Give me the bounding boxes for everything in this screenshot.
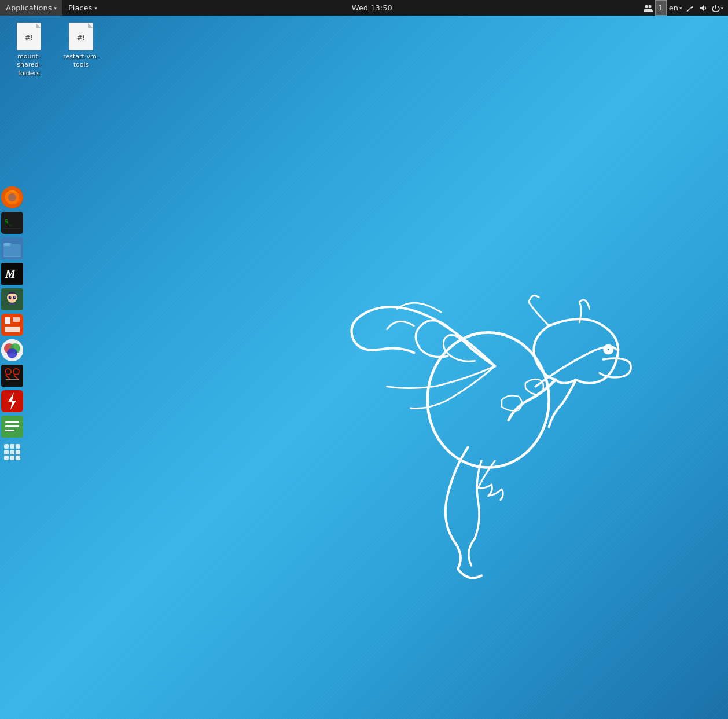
dock-item-notes[interactable] (0, 414, 24, 439)
svg-line-2 (687, 6, 692, 11)
svg-point-1 (648, 5, 651, 8)
svg-rect-46 (5, 425, 19, 427)
dock-item-orange-app[interactable] (0, 313, 24, 337)
volume-tray-icon[interactable] (697, 0, 709, 16)
restart-vm-tools-label: restart-vm-tools (63, 53, 99, 69)
menubar: Applications ▾ Places ▾ Wed 13:50 (0, 0, 728, 16)
grid-dot-9 (16, 456, 20, 460)
orange-app-icon (1, 314, 23, 336)
svg-point-24 (9, 296, 12, 299)
desktop-icons-area: mount-shared-folders restart-vm-tools (6, 20, 104, 80)
grid-dot-5 (10, 450, 14, 454)
dock-item-flash[interactable] (0, 389, 24, 413)
dock-item-app-grid[interactable] (0, 440, 24, 464)
power-arrow: ▾ (720, 5, 723, 11)
svg-line-4 (687, 10, 688, 12)
mount-shared-folders-icon-img (15, 23, 43, 50)
svg-rect-29 (5, 317, 10, 324)
grid-dot-4 (4, 450, 9, 454)
desktop-icon-mount-shared-folders[interactable]: mount-shared-folders (6, 20, 52, 80)
places-menu[interactable]: Places ▾ (62, 0, 103, 16)
grid-icon (1, 441, 23, 463)
mount-shared-folders-file-icon (17, 23, 41, 50)
grid-dot-1 (4, 444, 9, 449)
desktop: Applications ▾ Places ▾ Wed 13:50 (0, 0, 728, 719)
workspace-indicator[interactable]: 1 (655, 0, 667, 16)
dock-item-color-circles[interactable] (0, 338, 24, 362)
grid-dot-7 (4, 456, 9, 460)
grid-dot-8 (10, 456, 14, 460)
flash-icon (1, 390, 23, 412)
grid-dot-3 (16, 444, 20, 449)
notes-icon (1, 416, 23, 438)
dock-item-files[interactable] (0, 236, 24, 261)
pen-tray-icon[interactable] (684, 0, 697, 16)
svg-point-6 (428, 332, 549, 467)
svg-point-35 (7, 348, 17, 358)
svg-rect-45 (5, 421, 19, 423)
language-selector[interactable]: en ▾ (667, 0, 685, 16)
color-circles-icon (1, 339, 23, 361)
places-arrow: ▾ (94, 5, 97, 11)
desktop-icon-restart-vm-tools[interactable]: restart-vm-tools (58, 20, 104, 80)
power-tray-icon[interactable]: ▾ (709, 0, 726, 16)
files-icon (1, 237, 23, 259)
svg-point-26 (10, 296, 11, 298)
dock-item-terminal[interactable]: $_ (0, 211, 24, 235)
svg-rect-31 (5, 327, 20, 332)
grid-dot-2 (10, 444, 14, 449)
language-label: en (669, 3, 678, 12)
language-arrow: ▾ (679, 5, 682, 11)
svg-rect-47 (5, 430, 14, 431)
restart-vm-tools-file-icon (69, 23, 93, 50)
svg-point-8 (606, 347, 611, 351)
clock-display: Wed 13:50 (352, 3, 392, 12)
kali-dragon (279, 177, 684, 582)
restart-vm-tools-icon-img (67, 23, 95, 50)
anime-icon (1, 288, 23, 310)
svg-point-27 (14, 296, 16, 298)
dock-item-firefox[interactable] (0, 185, 24, 210)
svg-text:$_: $_ (4, 218, 12, 225)
svg-point-25 (13, 296, 16, 299)
dock-item-anime[interactable] (0, 287, 24, 311)
applications-arrow: ▾ (54, 5, 57, 11)
svg-rect-36 (1, 365, 23, 387)
system-tray: 1 en ▾ (641, 0, 728, 16)
svg-rect-30 (13, 317, 20, 322)
users-tray-icon[interactable] (641, 0, 655, 16)
application-dock: $_ M (0, 185, 24, 464)
svg-marker-5 (700, 5, 704, 11)
places-label: Places (68, 3, 92, 12)
dock-item-kdenlive[interactable] (0, 364, 24, 388)
grid-dot-6 (16, 450, 20, 454)
firefox-icon (1, 186, 23, 208)
terminal-icon: $_ (1, 212, 23, 234)
meta-icon: M (1, 263, 23, 285)
svg-point-0 (645, 5, 648, 8)
applications-menu[interactable]: Applications ▾ (0, 0, 62, 16)
dock-item-meta[interactable]: M (0, 262, 24, 286)
svg-rect-28 (1, 314, 23, 336)
svg-rect-19 (3, 243, 10, 246)
kdenlive-icon (1, 365, 23, 387)
svg-text:M: M (5, 267, 16, 280)
mount-shared-folders-label: mount-shared-folders (8, 53, 50, 78)
svg-point-7 (604, 346, 612, 354)
applications-label: Applications (6, 3, 52, 12)
